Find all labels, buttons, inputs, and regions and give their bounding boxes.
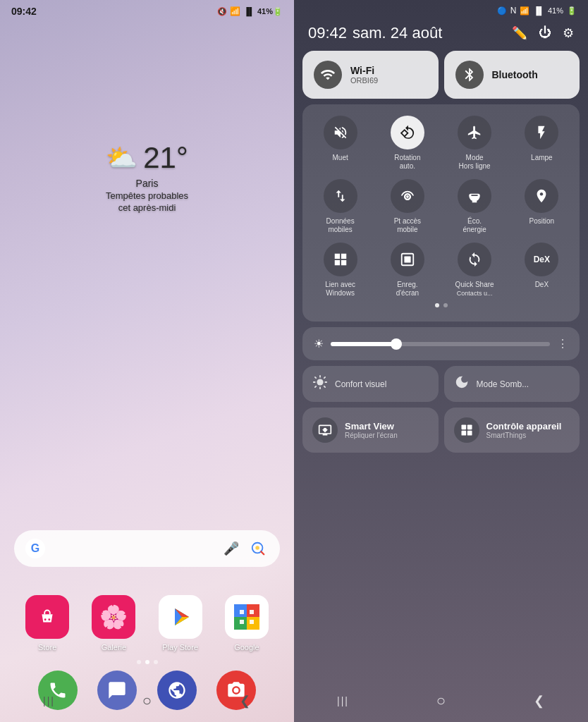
page-dot-3 — [154, 660, 158, 664]
location-tile[interactable]: Position — [510, 179, 574, 234]
nfc-status-icon: N — [510, 6, 517, 16]
page-dot-1 — [137, 660, 141, 664]
app-icons-row: Store 🌸 Galerie Play Store — [0, 595, 294, 651]
airplane-tile-icon — [458, 116, 491, 149]
mute-status-icon: 🔇 — [217, 7, 227, 16]
svg-rect-18 — [341, 254, 346, 259]
confort-icon — [312, 374, 328, 393]
dark-mode-tile[interactable]: Mode Somb... — [444, 366, 580, 402]
bluetooth-tile-text: Bluetooth — [492, 69, 538, 80]
smart-view-icon — [312, 417, 338, 443]
mute-tile[interactable]: Muet — [308, 116, 372, 171]
brightness-more-icon[interactable]: ⋮ — [557, 337, 568, 350]
data-tile-label: Donnéesmobiles — [326, 217, 355, 234]
store-app-label: Store — [38, 643, 56, 651]
svg-rect-26 — [467, 425, 472, 430]
wifi-status-icon: 📶 — [230, 6, 240, 16]
back-button-right[interactable]: ❮ — [525, 687, 553, 715]
flashlight-tile[interactable]: Lampe — [510, 116, 574, 171]
svg-rect-17 — [334, 254, 339, 259]
qs-header: 09:42 sam. 24 août ✏️ ⏻ ⚙ — [294, 18, 588, 51]
svg-rect-25 — [461, 425, 466, 430]
qs-page-dots — [308, 303, 574, 307]
home-button-right[interactable]: ○ — [427, 687, 455, 715]
weather-city: Paris — [106, 178, 188, 189]
qs-edit-button[interactable]: ✏️ — [512, 25, 527, 41]
svg-rect-14 — [240, 620, 244, 624]
weather-description-line2: cet après-midi — [106, 202, 188, 213]
home-button[interactable]: ○ — [133, 687, 161, 715]
rotation-tile[interactable]: Rotationauto. — [375, 116, 439, 171]
app-item-playstore[interactable]: Play Store — [159, 595, 202, 651]
hotspot-tile-icon — [391, 179, 424, 213]
recent-apps-button[interactable]: ||| — [35, 687, 63, 715]
back-button[interactable]: ❮ — [231, 687, 259, 715]
qs-dot-1 — [435, 303, 439, 307]
bluetooth-tile[interactable]: Bluetooth — [444, 51, 580, 99]
rotation-tile-icon — [391, 116, 424, 149]
smart-view-title: Smart View — [345, 421, 398, 432]
voice-search-icon[interactable]: 🎤 — [221, 538, 242, 559]
bluetooth-tile-icon — [455, 61, 484, 89]
qs-small-grid: Muet Rotationauto. ModeHors ligne — [308, 116, 574, 298]
eco-tile[interactable]: Éco.énergie — [443, 179, 507, 234]
screenrecord-tile[interactable]: Enreg.d'écran — [375, 243, 439, 298]
svg-rect-27 — [461, 431, 466, 436]
svg-rect-19 — [334, 260, 339, 265]
qs-dot-2 — [443, 303, 448, 307]
svg-rect-12 — [240, 610, 244, 614]
weather-widget: ⛅ 21° Paris Tempêtes probables cet après… — [106, 141, 188, 213]
bottom-nav-right: ||| ○ ❮ — [294, 680, 588, 722]
link-windows-tile[interactable]: Lien avecWindows — [308, 243, 372, 298]
quickshare-tile[interactable]: Quick ShareContacts u... — [443, 243, 507, 298]
bluetooth-title: Bluetooth — [492, 69, 538, 80]
airplane-tile-label: ModeHors ligne — [459, 154, 491, 171]
battery-status-right: 41% — [548, 6, 563, 15]
data-tile-icon — [324, 179, 357, 213]
svg-rect-22 — [404, 256, 410, 262]
svg-rect-15 — [250, 620, 254, 624]
recent-apps-button-right[interactable]: ||| — [329, 687, 357, 715]
flashlight-tile-icon — [525, 116, 558, 149]
eco-tile-label: Éco.énergie — [463, 217, 486, 234]
smart-view-tile[interactable]: Smart View Répliquer l'écran — [302, 408, 439, 453]
app-item-galerie[interactable]: 🌸 Galerie — [92, 595, 135, 651]
dex-tile[interactable]: DeX DeX — [510, 243, 574, 298]
dex-tile-icon: DeX — [525, 243, 558, 276]
galerie-app-icon: 🌸 — [92, 595, 135, 639]
google-search-bar[interactable]: G 🎤 — [14, 530, 280, 567]
dark-mode-icon — [454, 374, 470, 393]
qs-power-button[interactable]: ⏻ — [539, 25, 551, 41]
wifi-tile-icon — [314, 61, 342, 89]
hotspot-tile-label: Pt accèsmobile — [394, 217, 421, 234]
svg-point-3 — [49, 618, 51, 620]
confort-visuel-tile[interactable]: Confort visuel — [302, 366, 439, 402]
qs-mode-row: Confort visuel Mode Somb... — [294, 366, 588, 402]
page-indicators — [137, 660, 158, 664]
smart-view-sub: Répliquer l'écran — [345, 432, 398, 439]
page-dot-2 — [145, 660, 149, 664]
hotspot-tile[interactable]: Pt accèsmobile — [375, 179, 439, 234]
status-time-left: 09:42 — [11, 6, 37, 17]
device-control-text: Contrôle appareil SmartThings — [486, 421, 562, 439]
svg-rect-13 — [250, 610, 254, 614]
bluetooth-status-icon: 🔵 — [497, 6, 507, 16]
screenrecord-tile-icon — [391, 243, 424, 276]
wifi-title: Wi-Fi — [350, 65, 378, 76]
galerie-app-label: Galerie — [102, 643, 126, 651]
wifi-tile[interactable]: Wi-Fi ORBI69 — [302, 51, 439, 99]
lens-search-icon[interactable] — [247, 538, 269, 559]
weather-icon: ⛅ — [106, 143, 137, 173]
data-tile[interactable]: Donnéesmobiles — [308, 179, 372, 234]
qs-settings-button[interactable]: ⚙ — [563, 25, 574, 41]
link-windows-tile-icon — [324, 243, 357, 276]
brightness-slider[interactable] — [331, 342, 550, 346]
airplane-tile[interactable]: ModeHors ligne — [443, 116, 507, 171]
qs-time: 09:42 — [308, 24, 347, 42]
device-control-tile[interactable]: Contrôle appareil SmartThings — [444, 408, 580, 453]
battery-icon-right: 🔋 — [567, 6, 577, 16]
app-item-store[interactable]: Store — [25, 595, 69, 651]
playstore-app-icon — [159, 595, 202, 639]
weather-description-line1: Tempêtes probables — [106, 190, 188, 201]
app-item-google[interactable]: Google — [225, 595, 269, 651]
